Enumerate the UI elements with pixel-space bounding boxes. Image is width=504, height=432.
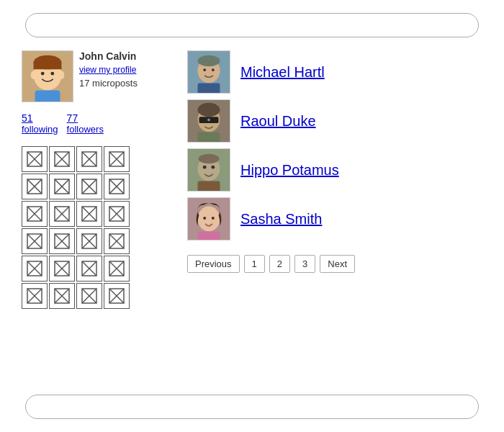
svg-point-97 bbox=[199, 154, 220, 164]
view-profile-link[interactable]: view my profile bbox=[79, 65, 138, 75]
profile-info: John Calvin view my profile 17 micropost… bbox=[79, 50, 138, 89]
next-button[interactable]: Next bbox=[320, 255, 355, 273]
svg-point-5 bbox=[50, 72, 54, 76]
pagination: Previous 1 2 3 Next bbox=[187, 255, 482, 273]
user-avatar bbox=[187, 99, 230, 143]
svg-point-96 bbox=[211, 166, 215, 169]
svg-rect-3 bbox=[34, 63, 62, 70]
main-content: John Calvin view my profile 17 micropost… bbox=[22, 50, 482, 382]
grid-cell bbox=[104, 228, 130, 254]
svg-point-89 bbox=[198, 103, 220, 117]
grid-cell bbox=[49, 256, 75, 282]
svg-point-6 bbox=[31, 71, 37, 79]
grid-cell bbox=[22, 256, 48, 282]
svg-point-102 bbox=[212, 217, 215, 220]
svg-rect-98 bbox=[198, 181, 220, 191]
svg-rect-103 bbox=[198, 231, 220, 240]
grid-cell bbox=[49, 283, 75, 309]
search-bar-top[interactable] bbox=[25, 13, 479, 37]
svg-rect-92 bbox=[198, 132, 220, 142]
user-avatar bbox=[187, 197, 230, 240]
user-name[interactable]: Sasha Smith bbox=[240, 211, 322, 228]
user-item: Sasha Smith bbox=[187, 197, 482, 240]
page-2-button[interactable]: 2 bbox=[269, 255, 290, 273]
grid-cell bbox=[22, 174, 48, 199]
svg-point-83 bbox=[198, 55, 220, 66]
svg-point-91 bbox=[207, 119, 210, 122]
svg-point-4 bbox=[41, 72, 45, 76]
svg-point-84 bbox=[203, 68, 206, 71]
grid-cell bbox=[49, 228, 75, 254]
svg-point-85 bbox=[212, 68, 215, 71]
followers-label[interactable]: followers bbox=[67, 124, 104, 135]
grid-cell bbox=[104, 201, 130, 227]
user-name[interactable]: Raoul Duke bbox=[240, 113, 316, 130]
grid-cell bbox=[104, 283, 130, 309]
user-name[interactable]: Michael Hartl bbox=[240, 64, 325, 81]
grid-cell bbox=[104, 174, 130, 199]
following-stat: 51 following bbox=[22, 112, 58, 135]
follow-stats: 51 following 77 followers bbox=[22, 112, 166, 135]
page-1-button[interactable]: 1 bbox=[244, 255, 265, 273]
following-count[interactable]: 51 bbox=[22, 112, 33, 124]
user-list: Michael Hartl Raoul Duke Hippo Potamus bbox=[187, 50, 482, 240]
svg-point-7 bbox=[59, 71, 65, 79]
grid-cell bbox=[76, 174, 102, 199]
grid-cell bbox=[104, 256, 130, 282]
followers-count[interactable]: 77 bbox=[67, 112, 78, 124]
following-label[interactable]: following bbox=[22, 124, 58, 135]
grid-cell bbox=[76, 283, 102, 309]
grid-cell bbox=[22, 228, 48, 254]
sidebar: John Calvin view my profile 17 micropost… bbox=[22, 50, 166, 382]
grid-cell bbox=[49, 146, 75, 172]
user-item: Michael Hartl bbox=[187, 50, 482, 94]
avatar bbox=[22, 50, 73, 102]
grid-cell bbox=[22, 146, 48, 172]
grid-cell bbox=[76, 228, 102, 254]
image-grid bbox=[22, 146, 166, 309]
user-avatar bbox=[187, 50, 230, 94]
profile-name: John Calvin bbox=[79, 50, 138, 62]
grid-cell bbox=[49, 201, 75, 227]
right-content: Michael Hartl Raoul Duke Hippo Potamus bbox=[166, 50, 482, 382]
search-bar-bottom[interactable] bbox=[25, 395, 479, 419]
svg-point-101 bbox=[203, 217, 206, 220]
grid-cell bbox=[76, 256, 102, 282]
grid-cell bbox=[22, 283, 48, 309]
grid-cell bbox=[49, 174, 75, 199]
svg-rect-8 bbox=[35, 90, 60, 102]
grid-cell bbox=[22, 201, 48, 227]
user-name[interactable]: Hippo Potamus bbox=[240, 162, 339, 179]
svg-point-95 bbox=[203, 166, 207, 169]
profile-section: John Calvin view my profile 17 micropost… bbox=[22, 50, 166, 102]
svg-point-100 bbox=[198, 207, 220, 232]
grid-cell bbox=[104, 146, 130, 172]
svg-rect-86 bbox=[198, 83, 220, 93]
user-item: Hippo Potamus bbox=[187, 148, 482, 192]
grid-cell bbox=[76, 201, 102, 227]
profile-microposts: 17 microposts bbox=[79, 78, 138, 89]
followers-stat: 77 followers bbox=[67, 112, 104, 135]
previous-button[interactable]: Previous bbox=[187, 255, 240, 273]
page-3-button[interactable]: 3 bbox=[294, 255, 315, 273]
user-avatar bbox=[187, 148, 230, 192]
grid-cell bbox=[76, 146, 102, 172]
user-item: Raoul Duke bbox=[187, 99, 482, 143]
